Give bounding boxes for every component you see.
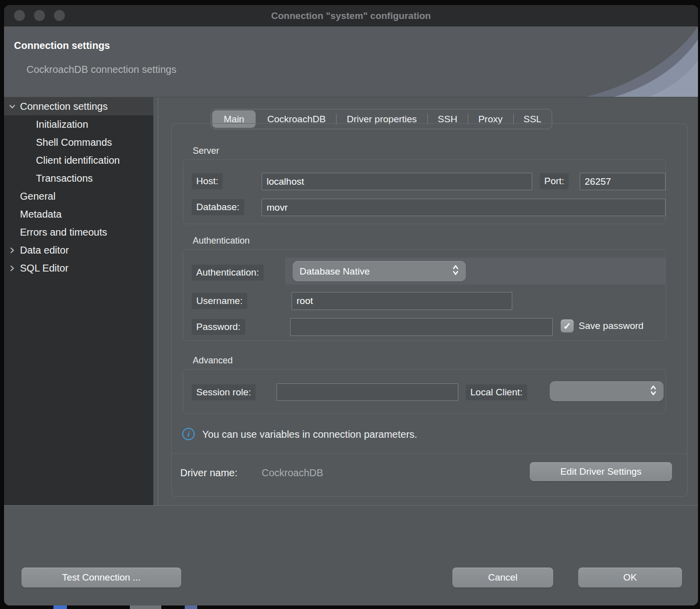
page-title: Connection settings: [14, 40, 110, 51]
connection-config-dialog: Connection "system" configuration Connec…: [4, 5, 698, 606]
auth-method-label: Authentication:: [192, 265, 264, 281]
sidebar-item-general[interactable]: General: [4, 187, 153, 205]
header-banner: Connection settings CockroachDB connecti…: [4, 26, 698, 97]
sidebar-item-label: Client identification: [36, 155, 120, 166]
info-icon: i: [182, 428, 195, 440]
header-decoration-swoosh: [558, 26, 698, 97]
dock-item-sliver: [185, 606, 197, 609]
select-updown-icon: [452, 264, 459, 279]
local-client-select[interactable]: [550, 381, 664, 401]
window-title: Connection "system" configuration: [4, 5, 698, 26]
page-subtitle: CockroachDB connection settings: [26, 64, 176, 75]
title-bar: Connection "system" configuration: [4, 5, 698, 26]
authentication-group-legend: Authentication: [193, 236, 250, 246]
sidebar-item-label: Connection settings: [20, 101, 108, 112]
driver-name-value: CockroachDB: [262, 467, 323, 479]
session-role-input[interactable]: [277, 383, 458, 401]
sidebar-item-metadata[interactable]: Metadata: [4, 205, 153, 223]
sidebar-item-client-identification[interactable]: Client identification: [4, 151, 153, 169]
server-group-legend: Server: [193, 146, 219, 156]
advanced-group-legend: Advanced: [193, 355, 233, 366]
database-label: Database:: [192, 199, 244, 215]
sidebar-item-label: General: [20, 191, 55, 202]
sidebar-item-shell-commands[interactable]: Shell Commands: [4, 133, 153, 151]
checkmark-icon: ✓: [563, 321, 571, 331]
ok-button[interactable]: OK: [578, 568, 682, 588]
database-input[interactable]: [262, 199, 666, 216]
username-input[interactable]: [292, 292, 512, 310]
dialog-footer: Test Connection ... Cancel OK: [4, 505, 698, 606]
dock-item-sliver: [53, 606, 67, 609]
sidebar-item-transactions[interactable]: Transactions: [4, 169, 153, 187]
main-content: Main CockroachDB Driver properties SSH P…: [158, 97, 698, 505]
cancel-button[interactable]: Cancel: [452, 568, 553, 588]
sidebar-item-label: Data editor: [20, 245, 69, 256]
select-updown-icon: [650, 384, 657, 399]
sidebar-item-label: Transactions: [36, 173, 93, 184]
auth-method-selected-value: Database Native: [300, 266, 447, 277]
sidebar-item-errors-and-timeouts[interactable]: Errors and timeouts: [4, 223, 153, 241]
chevron-down-icon: [4, 103, 20, 110]
local-client-label: Local Client:: [466, 384, 527, 400]
sidebar-item-data-editor[interactable]: Data editor: [4, 241, 153, 259]
sidebar-item-label: Errors and timeouts: [20, 227, 107, 238]
save-password-checkbox[interactable]: ✓: [561, 319, 574, 332]
main-tab-panel: Server Host: Port: Database: Authenticat…: [171, 123, 688, 497]
chevron-right-icon: [4, 247, 20, 254]
host-label: Host:: [192, 173, 223, 189]
username-label: Username:: [192, 293, 247, 309]
password-input[interactable]: [290, 318, 553, 336]
session-role-label: Session role:: [192, 384, 256, 400]
sidebar-item-label: SQL Editor: [20, 263, 68, 274]
driver-row-separator: [172, 453, 688, 454]
sidebar-item-initialization[interactable]: Initialization: [4, 115, 153, 133]
edit-driver-settings-button[interactable]: Edit Driver Settings: [530, 462, 672, 481]
test-connection-button[interactable]: Test Connection ...: [21, 568, 181, 588]
settings-tree: Connection settings Initialization Shell…: [4, 97, 153, 505]
host-input[interactable]: [262, 173, 532, 190]
port-input[interactable]: [580, 173, 666, 190]
sidebar-item-connection-settings[interactable]: Connection settings: [4, 97, 153, 115]
sidebar-item-sql-editor[interactable]: SQL Editor: [4, 259, 153, 277]
chevron-right-icon: [4, 265, 20, 272]
desktop-peek-strip: [0, 603, 700, 609]
sidebar-item-label: Shell Commands: [36, 137, 112, 148]
sidebar-item-label: Metadata: [20, 209, 61, 220]
password-label: Password:: [192, 319, 245, 335]
dock-item-sliver: [130, 606, 161, 609]
auth-method-select[interactable]: Database Native: [293, 261, 466, 282]
dialog-body: Connection settings Initialization Shell…: [4, 97, 698, 505]
port-label: Port:: [540, 173, 569, 189]
save-password-label: Save password: [579, 319, 666, 332]
driver-name-label: Driver name:: [180, 467, 237, 479]
sidebar-item-label: Initialization: [36, 119, 88, 130]
info-text: You can use variables in connection para…: [202, 429, 417, 440]
